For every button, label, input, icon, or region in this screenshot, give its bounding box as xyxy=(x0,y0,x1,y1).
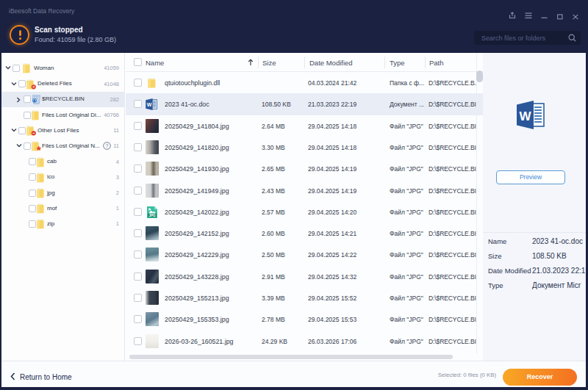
svg-text:W: W xyxy=(519,109,531,123)
svg-text:W: W xyxy=(147,102,152,107)
svg-text:JPG: JPG xyxy=(148,214,156,217)
svg-text:?: ? xyxy=(106,143,109,148)
